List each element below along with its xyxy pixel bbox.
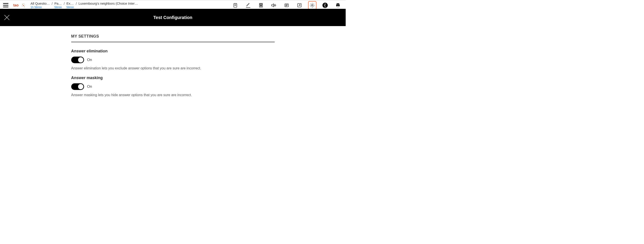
- svg-point-32: [325, 3, 326, 4]
- svg-rect-33: [336, 3, 339, 4]
- breadcrumb-item[interactable]: Ex… 58min: [66, 1, 74, 9]
- svg-point-18: [262, 5, 262, 6]
- notepad-icon[interactable]: [232, 2, 238, 9]
- settings-content: MY SETTINGS Answer elimination On Answer…: [69, 34, 277, 98]
- panel-header: Test Configuration: [0, 9, 346, 26]
- calculator-icon[interactable]: [258, 2, 264, 9]
- setting-answer-masking: Answer masking On Answer masking lets yo…: [71, 76, 275, 97]
- top-bar: tao All Questio… 1h 58min / Pa… 58min / …: [0, 0, 346, 9]
- breadcrumb-item[interactable]: Pa… 58min: [54, 1, 62, 9]
- accessibility-icon[interactable]: [322, 2, 328, 9]
- breadcrumb-time: 58min: [54, 6, 62, 9]
- panel-title: Test Configuration: [153, 15, 192, 20]
- svg-rect-34: [337, 6, 339, 7]
- tao-logo: tao: [13, 2, 26, 8]
- breadcrumb-item-current: Luxembourg's neighbors (Choice Inter…: [78, 1, 138, 5]
- svg-point-2: [24, 3, 24, 4]
- breadcrumb-separator: /: [51, 1, 53, 6]
- breadcrumb-time: 58min: [66, 6, 74, 9]
- print-icon[interactable]: [334, 2, 341, 9]
- expand-icon[interactable]: [296, 2, 303, 9]
- breadcrumb-label: Pa…: [54, 1, 62, 5]
- setting-description: Answer elimination lets you exclude answ…: [71, 66, 275, 71]
- volume-icon[interactable]: [270, 2, 277, 9]
- svg-point-20: [261, 6, 261, 6]
- svg-point-5: [22, 6, 22, 6]
- toggle-answer-elimination[interactable]: [71, 57, 84, 63]
- toolbar: [232, 2, 342, 9]
- breadcrumb-item[interactable]: All Questio… 1h 58min: [30, 1, 50, 9]
- svg-point-6: [24, 6, 25, 7]
- svg-point-4: [24, 5, 25, 5]
- breadcrumb: All Questio… 1h 58min / Pa… 58min / Ex… …: [30, 1, 138, 9]
- svg-point-1: [22, 4, 23, 5]
- document-icon[interactable]: [283, 2, 290, 9]
- highlighter-icon[interactable]: [245, 2, 252, 9]
- setting-description: Answer masking lets you hide answer opti…: [71, 93, 275, 97]
- breadcrumb-label: All Questio…: [30, 1, 50, 5]
- breadcrumb-label: Ex…: [66, 1, 74, 5]
- svg-point-3: [23, 5, 24, 6]
- toggle-state-label: On: [87, 58, 92, 62]
- svg-point-21: [262, 6, 262, 6]
- breadcrumb-time: 1h 58min: [30, 6, 42, 9]
- divider: [71, 42, 275, 42]
- section-heading: MY SETTINGS: [71, 34, 275, 39]
- breadcrumb-separator: /: [76, 1, 77, 6]
- toggle-state-label: On: [87, 84, 92, 89]
- setting-title: Answer elimination: [71, 49, 275, 53]
- setting-answer-elimination: Answer elimination On Answer elimination…: [71, 49, 275, 71]
- toggle-answer-masking[interactable]: [71, 83, 84, 90]
- svg-text:tao: tao: [13, 3, 18, 7]
- gear-icon[interactable]: [309, 2, 316, 9]
- close-icon[interactable]: [4, 14, 10, 21]
- breadcrumb-separator: /: [63, 1, 65, 6]
- svg-rect-15: [260, 4, 262, 5]
- breadcrumb-label: Luxembourg's neighbors (Choice Inter…: [78, 1, 138, 5]
- svg-point-16: [260, 5, 260, 6]
- menu-button[interactable]: [3, 2, 9, 8]
- svg-point-17: [261, 5, 261, 6]
- svg-point-19: [260, 6, 260, 6]
- setting-title: Answer masking: [71, 76, 275, 80]
- svg-point-30: [312, 5, 313, 6]
